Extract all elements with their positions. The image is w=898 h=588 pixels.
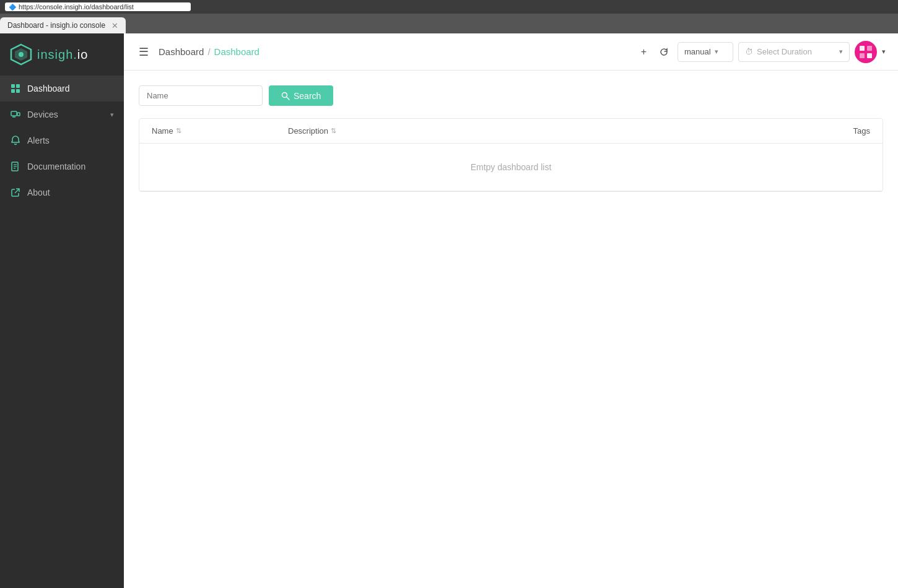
devices-icon (10, 109, 21, 120)
content-area: Search Name ⇅ Description ⇅ Tags (124, 71, 898, 588)
svg-rect-8 (17, 113, 20, 116)
sidebar-item-label: Dashboard (27, 84, 114, 93)
manual-label: manual (684, 47, 711, 56)
url-bar[interactable]: 🔷 https://console.insigh.io/dashboard/li… (5, 2, 191, 11)
refresh-button[interactable] (655, 43, 673, 61)
chevron-down-icon: ▾ (715, 48, 718, 56)
duration-select[interactable]: ⏱ Select Duration ▾ (738, 42, 850, 62)
svg-rect-3 (11, 84, 15, 88)
duration-placeholder: Select Duration (757, 47, 812, 56)
search-row: Search (139, 85, 883, 106)
svg-rect-4 (16, 84, 20, 88)
sidebar-item-documentation[interactable]: Documentation (0, 153, 124, 179)
sidebar-item-label: Alerts (27, 136, 114, 145)
sidebar-item-dashboard[interactable]: Dashboard (0, 76, 124, 102)
name-input[interactable] (139, 85, 263, 106)
table-header: Name ⇅ Description ⇅ Tags (139, 119, 883, 144)
logo-text: insigh.io (37, 48, 88, 62)
search-button-label: Search (294, 91, 321, 101)
sidebar-item-label: About (27, 188, 114, 197)
chevron-down-icon: ▾ (110, 111, 114, 119)
sidebar: insigh.io Dashboard Devices ▾ Alerts (0, 33, 124, 588)
svg-rect-16 (860, 46, 865, 51)
sidebar-logo: insigh.io (0, 33, 124, 76)
doc-icon (10, 161, 21, 172)
browser-tab-active[interactable]: Dashboard - insigh.io console ✕ (0, 17, 126, 33)
breadcrumb-root: Dashboard (159, 46, 204, 57)
sidebar-item-label: Devices (27, 110, 104, 119)
sort-icon: ⇅ (176, 127, 181, 135)
logo-icon (10, 43, 32, 66)
sidebar-item-label: Documentation (27, 162, 114, 171)
sidebar-item-alerts[interactable]: Alerts (0, 128, 124, 153)
avatar-icon (857, 43, 875, 61)
column-name-header[interactable]: Name ⇅ (152, 126, 288, 136)
svg-rect-6 (16, 89, 20, 93)
sort-icon: ⇅ (331, 127, 336, 135)
top-header: ☰ Dashboard / Dashboard + manual ▾ ⏱ Sel… (124, 33, 898, 71)
svg-point-2 (19, 52, 24, 57)
column-description-header[interactable]: Description ⇅ (288, 126, 771, 136)
main-area: ☰ Dashboard / Dashboard + manual ▾ ⏱ Sel… (124, 33, 898, 588)
user-avatar[interactable] (855, 41, 877, 63)
search-icon (281, 92, 290, 100)
search-button[interactable]: Search (269, 85, 333, 106)
url-favicon: 🔷 (9, 4, 16, 11)
breadcrumb: Dashboard / Dashboard (159, 46, 630, 57)
svg-rect-7 (11, 111, 17, 116)
external-link-icon (10, 187, 21, 198)
svg-rect-18 (860, 53, 865, 58)
sidebar-item-about[interactable]: About (0, 179, 124, 205)
svg-line-21 (287, 97, 289, 100)
clock-icon: ⏱ (745, 47, 753, 56)
grid-icon (10, 83, 21, 94)
dashboard-table: Name ⇅ Description ⇅ Tags Emtpy dashboar… (139, 118, 883, 192)
svg-rect-17 (867, 46, 872, 51)
tab-bar: Dashboard - insigh.io console ✕ (0, 14, 898, 33)
manual-mode-select[interactable]: manual ▾ (678, 42, 733, 62)
chevron-down-icon: ▾ (839, 48, 843, 56)
app-container: insigh.io Dashboard Devices ▾ Alerts (0, 33, 898, 588)
browser-chrome: 🔷 https://console.insigh.io/dashboard/li… (0, 0, 898, 14)
breadcrumb-separator: / (207, 46, 210, 57)
hamburger-button[interactable]: ☰ (136, 43, 151, 61)
url-text: https://console.insigh.io/dashboard/list (19, 3, 134, 11)
add-button[interactable]: + (637, 43, 650, 61)
sidebar-item-devices[interactable]: Devices ▾ (0, 102, 124, 128)
breadcrumb-current: Dashboard (214, 46, 259, 57)
bell-icon (10, 135, 21, 146)
svg-rect-15 (857, 43, 875, 61)
column-tags-header: Tags (771, 126, 870, 136)
svg-rect-19 (867, 53, 872, 58)
svg-point-20 (282, 92, 287, 97)
svg-rect-5 (11, 89, 15, 93)
tab-close-button[interactable]: ✕ (111, 21, 118, 30)
svg-line-14 (15, 189, 19, 193)
header-actions: + manual ▾ ⏱ Select Duration ▾ (637, 41, 886, 63)
avatar-dropdown-icon[interactable]: ▾ (882, 48, 886, 56)
tab-title: Dashboard - insigh.io console (7, 21, 105, 30)
empty-table-message: Emtpy dashboard list (139, 144, 883, 191)
